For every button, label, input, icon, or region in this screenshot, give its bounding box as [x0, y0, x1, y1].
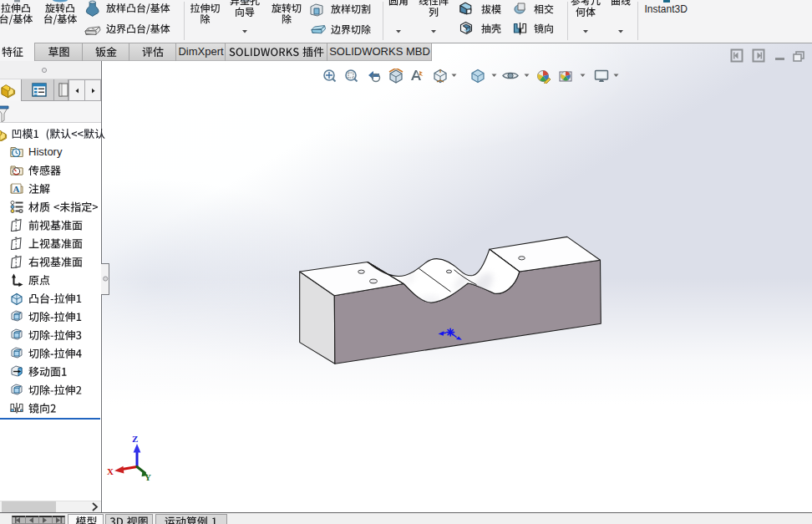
svg-text:A: A: [13, 184, 20, 194]
